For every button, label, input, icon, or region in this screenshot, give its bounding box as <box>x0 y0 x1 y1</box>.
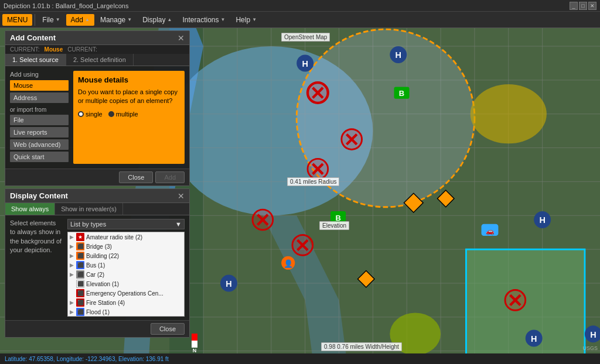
menu-item-file[interactable]: File ▼ <box>38 14 64 26</box>
menu-item-display[interactable]: Display ▲ <box>138 14 176 26</box>
chevron-down-icon: ▼ <box>175 221 182 228</box>
type-icon: ⬛ <box>76 270 84 279</box>
quick-start-button[interactable]: Quick start <box>10 152 69 162</box>
expand-icon[interactable]: ▶ <box>70 262 74 268</box>
add-content-tabs: 1. Select source 2. Select definition <box>5 54 189 66</box>
svg-rect-27 <box>466 249 584 364</box>
close-button[interactable]: ✕ <box>588 2 596 10</box>
multiple-option[interactable]: multiple <box>108 111 138 118</box>
list-item[interactable]: ⬛ Emergency Operations Cen... <box>68 289 184 298</box>
menu-item-manage[interactable]: Manage ▼ <box>96 14 137 26</box>
display-content-close-button[interactable]: ✕ <box>178 192 185 200</box>
menu-item-help[interactable]: Help ▼ <box>231 14 261 26</box>
expand-icon[interactable]: ▶ <box>70 253 74 259</box>
chevron-down-icon: ▼ <box>221 17 226 22</box>
display-content-footer: Close <box>5 320 189 337</box>
tab-show-always[interactable]: Show always <box>5 203 55 215</box>
window-controls[interactable]: _ □ ✕ <box>570 2 596 10</box>
svg-text:B: B <box>399 89 404 98</box>
add-using-label: Add using <box>10 71 69 78</box>
list-item[interactable]: ⬛ Elevation (1) <box>68 279 184 289</box>
list-item[interactable]: ▶ ⬛ Bus (1) <box>68 260 184 270</box>
add-button[interactable]: Add <box>155 171 185 183</box>
expand-icon[interactable]: ▶ <box>70 272 74 277</box>
chevron-down-icon: ▲ <box>85 17 90 22</box>
svg-point-29 <box>390 313 441 355</box>
display-content-header: Display Content ✕ <box>5 189 189 203</box>
content-type-list[interactable]: ▶ ★ Amateur radio site (2) ▶ ⬛ Bridge (3… <box>67 232 185 317</box>
main-area: H H H H H H H H B B 👤 P <box>0 28 600 364</box>
add-content-header: Add Content ✕ <box>5 31 189 45</box>
display-content-title: Display Content <box>10 191 68 200</box>
expand-icon[interactable]: ▶ <box>70 309 74 315</box>
mouse-details-text: Do you want to place a single copy or mu… <box>78 88 180 106</box>
expand-icon[interactable]: ▶ <box>70 243 74 249</box>
live-reports-button[interactable]: Live reports <box>10 127 69 138</box>
close-button[interactable]: Close <box>119 171 153 183</box>
type-icon: ⬛ <box>76 261 84 269</box>
expand-icon[interactable]: ▶ <box>70 234 74 240</box>
type-icon: ★ <box>76 233 84 241</box>
single-radio[interactable] <box>78 111 84 117</box>
svg-text:H: H <box>531 334 537 344</box>
mouse-details-title: Mouse details <box>78 75 180 84</box>
status-bar: Latitude: 47.65358, Longitude: -122.3496… <box>0 353 600 364</box>
add-content-body: Add using Mouse Address or import from F… <box>5 66 189 169</box>
display-content-tabs: Show always Show in revealer(s) <box>5 203 189 215</box>
type-icon: ⬛ <box>76 242 84 250</box>
maximize-button[interactable]: □ <box>579 2 587 10</box>
type-icon: ⬛ <box>76 308 84 316</box>
list-item[interactable]: ▶ ⬛ Flood (1) <box>68 307 184 317</box>
svg-text:H: H <box>396 50 401 60</box>
svg-point-28 <box>471 84 547 143</box>
tab-select-source[interactable]: 1. Select source <box>5 54 66 66</box>
add-content-panel: Add Content ✕ CURRENT: Mouse CURRENT: 1.… <box>5 30 190 186</box>
svg-text:H: H <box>302 59 308 68</box>
chevron-down-icon: ▼ <box>127 17 132 22</box>
list-item[interactable]: ▶ ⬛ Building (22) <box>68 251 184 260</box>
mouse-details-panel: Mouse details Do you want to place a sin… <box>73 71 185 164</box>
minimize-button[interactable]: _ <box>570 2 578 10</box>
usgs-watermark: USGS <box>582 345 598 351</box>
chevron-down-icon: ▼ <box>252 17 257 22</box>
add-using-section: Add using Mouse Address or import from F… <box>10 71 69 164</box>
svg-point-26 <box>296 29 475 207</box>
app-title: Depiction 1.01.b : Ballard_flood_LargeIc… <box>4 2 128 9</box>
type-icon: ⬛ <box>76 298 84 307</box>
single-option[interactable]: single <box>78 111 103 118</box>
svg-text:H: H <box>226 279 231 289</box>
file-button[interactable]: File <box>10 115 69 125</box>
mouse-button[interactable]: Mouse <box>10 80 69 91</box>
display-content-body: Select elements to always show in the ba… <box>5 215 189 320</box>
address-button[interactable]: Address <box>10 92 69 103</box>
svg-text:🚗: 🚗 <box>486 227 495 235</box>
add-content-footer: Close Add <box>5 169 189 186</box>
menu-item-interactions[interactable]: Interactions ▼ <box>178 14 230 26</box>
chevron-down-icon: ▼ <box>56 17 60 22</box>
menu-item-menu[interactable]: MENU <box>2 14 32 26</box>
web-advanced-button[interactable]: Web (advanced) <box>10 139 69 150</box>
svg-text:👤: 👤 <box>284 259 294 269</box>
tab-show-in-revealer[interactable]: Show in revealer(s) <box>55 203 123 215</box>
display-close-button[interactable]: Close <box>151 323 185 335</box>
list-item[interactable]: ▶ ⬛ Fire Station (4) <box>68 298 184 307</box>
menu-bar: MENU File ▼ Add ▲ Manage ▼ Display ▲ Int… <box>0 12 600 28</box>
tab-select-definition[interactable]: 2. Select definition <box>66 54 134 66</box>
add-content-title: Add Content <box>10 33 56 42</box>
add-content-close-button[interactable]: ✕ <box>178 34 185 42</box>
left-panel: Add Content ✕ CURRENT: Mouse CURRENT: 1.… <box>5 30 190 338</box>
svg-text:H: H <box>590 330 596 339</box>
multiple-radio[interactable] <box>108 111 114 117</box>
list-item[interactable]: ▶ ★ Amateur radio site (2) <box>68 232 184 242</box>
menu-item-add[interactable]: Add ▲ <box>66 14 94 26</box>
list-item[interactable]: ▶ ⬛ Bridge (3) <box>68 242 184 251</box>
list-item[interactable]: ▶ ⬛ Car (2) <box>68 270 184 279</box>
type-icon: ⬛ <box>76 289 84 297</box>
menu-label: MENU <box>7 16 28 24</box>
display-content-help: Select elements to always show in the ba… <box>10 219 63 317</box>
type-icon: ⬛ <box>76 252 84 260</box>
title-bar: Depiction 1.01.b : Ballard_flood_LargeIc… <box>0 0 600 12</box>
expand-icon[interactable]: ▶ <box>70 300 74 305</box>
svg-text:B: B <box>335 214 340 222</box>
list-by-types-dropdown[interactable]: List by types ▼ <box>67 219 185 229</box>
